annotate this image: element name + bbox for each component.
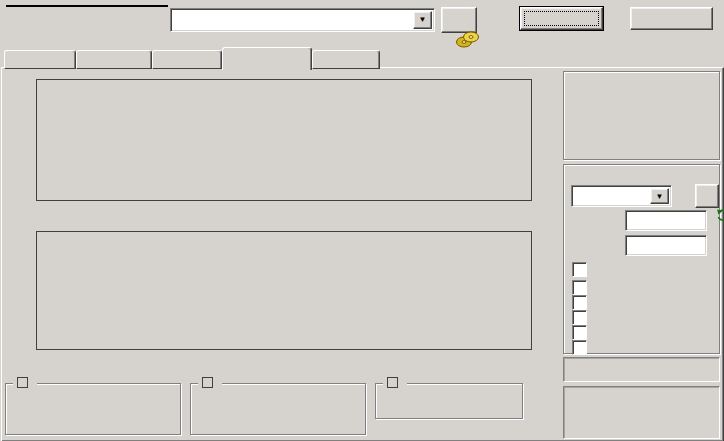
pi-errors-chart-canvas	[37, 80, 531, 200]
pi-errors-legend-swatch-icon	[17, 377, 28, 388]
show-jitter-checkbox[interactable]	[572, 310, 587, 325]
tab-create-disc[interactable]	[76, 50, 152, 69]
focus-rectangle	[524, 11, 599, 26]
refresh-speeds-button[interactable]	[695, 184, 719, 208]
speed-select[interactable]: ▼	[571, 185, 672, 207]
progress-box	[563, 386, 720, 439]
tab-benchmark[interactable]	[4, 50, 76, 69]
disc-info-group	[563, 71, 720, 160]
pi-failures-legend-swatch-icon	[202, 377, 213, 388]
exit-button[interactable]	[630, 7, 713, 30]
settings-group: ▼	[563, 164, 720, 354]
quality-score-box	[563, 357, 720, 382]
pi-errors-stats-title	[13, 376, 37, 391]
pi-failures-stats-title	[198, 376, 222, 391]
eject-disc-button[interactable]	[441, 7, 477, 33]
tab-disc-quality[interactable]	[222, 47, 312, 70]
nero-logo	[6, 3, 168, 7]
show-c2-pif-checkbox[interactable]	[572, 295, 587, 310]
show-read-speed-checkbox[interactable]	[572, 325, 587, 340]
tab-disc-info[interactable]	[152, 50, 222, 69]
scan-end-input[interactable]	[625, 235, 707, 256]
drive-select[interactable]: ▼	[170, 8, 435, 32]
refresh-icon	[716, 208, 724, 222]
speed-select-dropdown-arrow-icon[interactable]: ▼	[650, 188, 669, 204]
jitter-stats-title	[383, 376, 407, 391]
pi-failures-stats	[190, 383, 366, 435]
tab-scandisc[interactable]	[312, 50, 380, 69]
pi-errors-stats	[5, 383, 181, 435]
gold-discs-icon	[455, 30, 481, 49]
jitter-stats	[375, 383, 523, 419]
show-c1-pie-checkbox[interactable]	[572, 280, 587, 295]
quick-scan-checkbox[interactable]	[572, 262, 587, 277]
drive-select-dropdown-arrow-icon[interactable]: ▼	[413, 11, 432, 29]
app-window: ▼	[0, 0, 724, 441]
pi-errors-chart	[36, 79, 532, 201]
start-button[interactable]	[520, 7, 603, 30]
jitter-legend-swatch-icon	[387, 377, 398, 388]
show-write-speed-checkbox[interactable]	[572, 340, 587, 355]
jitter-pif-chart	[36, 231, 532, 350]
scan-start-input[interactable]	[625, 210, 707, 231]
jitter-pif-chart-canvas	[37, 232, 531, 349]
